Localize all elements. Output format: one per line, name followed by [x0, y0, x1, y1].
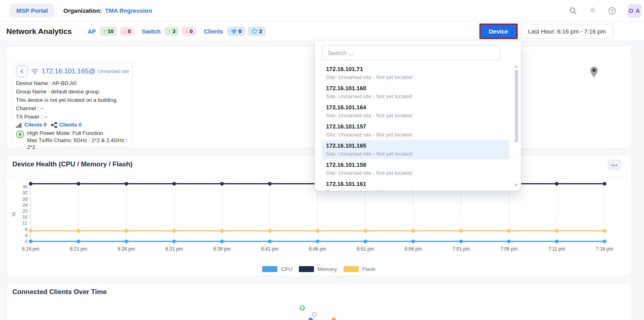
- msp-portal-button[interactable]: MSP Portal: [10, 4, 55, 18]
- chevron-left-icon: [19, 69, 25, 74]
- device-list-item-site: Site: Unnamed site - Not yet located: [326, 73, 505, 81]
- switch-label: Switch: [142, 28, 161, 35]
- svg-text:24: 24: [22, 203, 27, 207]
- svg-text:6:26 pm: 6:26 pm: [118, 246, 135, 252]
- svg-text:6:16 pm: 6:16 pm: [22, 246, 39, 252]
- device-list-item[interactable]: 172.16.101.158 Site: Unnamed site - Not …: [322, 159, 509, 178]
- device-site-name: Unnamed site: [98, 69, 129, 74]
- switch-up-badge: ↑ 3: [165, 27, 179, 36]
- top-bar: MSP Portal Organization: TMA Regression …: [0, 0, 644, 22]
- svg-text:6:51 pm: 6:51 pm: [357, 246, 374, 252]
- svg-text:12: 12: [22, 221, 27, 225]
- search-icon[interactable]: [569, 6, 577, 15]
- device-list-item[interactable]: 172.16.101.165 Site: Unnamed site - Not …: [322, 140, 509, 159]
- connected-clients-card: Connected Clients Over Time: [6, 282, 631, 320]
- device-search-input[interactable]: [322, 45, 500, 60]
- svg-text:6:36 pm: 6:36 pm: [213, 246, 230, 252]
- scrollbar-up-arrow[interactable]: [514, 65, 518, 67]
- device-name-line: Device Name : AP-BD:A0: [16, 79, 129, 87]
- svg-text:6:21 pm: 6:21 pm: [70, 246, 87, 252]
- device-list-item-site: Site: Unnamed site - Not yet located: [326, 131, 505, 138]
- device-list-item[interactable]: 172.16.101.160 Site: Unnamed site - Not …: [322, 83, 509, 102]
- legend-swatch: [299, 266, 314, 272]
- clients-counts-row: Clients 0 Clients 0: [16, 121, 129, 129]
- legend-item[interactable]: CPU: [262, 266, 293, 272]
- svg-text:32: 32: [22, 190, 27, 195]
- device-list-item[interactable]: 172.16.101.157 Site: Unnamed site - Not …: [322, 121, 509, 140]
- svg-text:6:56 pm: 6:56 pm: [404, 246, 422, 252]
- svg-text:7:11 pm: 7:11 pm: [548, 246, 565, 252]
- svg-text:6:46 pm: 6:46 pm: [309, 246, 326, 252]
- user-avatar[interactable]: O A: [627, 4, 642, 18]
- page-title: Network Analytics: [6, 27, 72, 36]
- legend-label: CPU: [281, 266, 293, 272]
- arrow-up-icon: ↑: [103, 28, 106, 34]
- scrollbar-thumb[interactable]: [515, 70, 518, 142]
- power-mode-row: High Power Mode: Full Function Max Tx/Rx…: [16, 130, 129, 151]
- spinner-dot-blue: [308, 318, 313, 320]
- more-options-button[interactable]: •••: [608, 159, 621, 170]
- analytics-toolbar: Network Analytics AP ↑ 10 ↓ 0 Switch ↑ 3…: [0, 22, 644, 41]
- svg-text:28: 28: [22, 197, 27, 201]
- notifications-bell-icon[interactable]: [588, 6, 597, 15]
- svg-text:36: 36: [22, 184, 27, 189]
- ap-wifi-icon: [31, 68, 39, 75]
- svg-text:6:31 pm: 6:31 pm: [165, 246, 183, 252]
- device-list-item[interactable]: 172.16.101.71 Site: Unnamed site - Not y…: [322, 63, 509, 83]
- power-plug-icon: [16, 130, 24, 138]
- device-list-item-site: Site: Unnamed site - Not yet located: [326, 93, 505, 100]
- device-info-panel: 172.16.101.165@ Unnamed site Device Name…: [12, 62, 133, 147]
- device-list-item[interactable]: 172.16.101.164 Site: Unnamed site - Not …: [322, 102, 509, 121]
- power-mode-text: High Power Mode: Full Function Max Tx/Rx…: [27, 130, 129, 151]
- spinner-dot-green: [300, 305, 305, 310]
- svg-text:6:41 pm: 6:41 pm: [261, 246, 278, 252]
- scrollbar-down-arrow[interactable]: [514, 184, 518, 186]
- device-list-item-ip: 172.16.101.157: [326, 122, 505, 130]
- device-ip[interactable]: 172.16.101.165@: [41, 67, 95, 75]
- chart-legend: CPUMemoryFlash: [7, 266, 631, 272]
- device-list-item-site: Site: Unnamed site - Not yet located: [326, 169, 505, 177]
- back-button[interactable]: [16, 65, 28, 77]
- svg-text:%: %: [11, 212, 17, 216]
- device-list-item-ip: 172.16.101.71: [326, 65, 505, 73]
- ellipsis-icon: •••: [611, 162, 618, 168]
- signal-bars-icon: [16, 122, 22, 128]
- device-info-header: 172.16.101.165@ Unnamed site: [16, 65, 129, 77]
- time-range-selector[interactable]: Last Hour: 6:16 pm - 7:16 pm: [521, 24, 613, 39]
- device-list: 172.16.101.71 Site: Unnamed site - Not y…: [322, 63, 509, 191]
- organization-label: Organization:: [63, 7, 102, 14]
- device-list-item[interactable]: 172.16.101.161 Site: Unnamed site - Not …: [322, 178, 509, 191]
- legend-item[interactable]: Flash: [344, 266, 375, 272]
- organization-name[interactable]: TMA Regression: [105, 7, 152, 14]
- device-selector-button[interactable]: Device: [479, 24, 518, 39]
- mesh-cluster-icon: [251, 28, 257, 34]
- device-list-item-ip: 172.16.101.164: [326, 103, 505, 111]
- wired-tree-icon: [51, 122, 57, 128]
- wifi-icon: [231, 29, 237, 34]
- help-icon[interactable]: ?: [608, 6, 617, 15]
- svg-text:16: 16: [22, 215, 27, 219]
- device-dropdown-panel: 172.16.101.71 Site: Unnamed site - Not y…: [315, 41, 521, 191]
- group-name-line: Group Name : default device group: [16, 87, 129, 96]
- svg-text:4: 4: [25, 233, 28, 238]
- tx-power-line: TX Power : --: [16, 113, 129, 121]
- svg-text:7:06 pm: 7:06 pm: [500, 246, 517, 252]
- arrow-up-icon: ↑: [168, 28, 171, 34]
- device-list-item-site: Site: Unnamed site - Not yet located: [326, 150, 505, 158]
- device-health-title: Device Health (CPU / Memory / Flash): [12, 160, 132, 168]
- svg-text:8: 8: [25, 227, 27, 232]
- arrow-down-icon: ↓: [185, 28, 188, 34]
- device-list-item-site: Site: Unnamed site - Not yet located: [326, 112, 505, 119]
- ap-label: AP: [88, 28, 96, 35]
- legend-swatch: [344, 266, 359, 272]
- ap-up-badge: ↑ 10: [100, 27, 117, 36]
- wireless-clients-link[interactable]: Clients 0: [24, 121, 47, 129]
- switch-down-badge: ↓ 0: [182, 27, 196, 36]
- channel-line: Channel : --: [16, 104, 129, 113]
- svg-text:7:01 pm: 7:01 pm: [452, 246, 469, 252]
- wired-clients-link[interactable]: Clients 0: [59, 121, 82, 129]
- map-location-pin-icon[interactable]: [589, 66, 599, 80]
- svg-text:0: 0: [25, 239, 27, 244]
- device-list-item-ip: 172.16.101.160: [326, 84, 505, 92]
- legend-item[interactable]: Memory: [299, 266, 337, 272]
